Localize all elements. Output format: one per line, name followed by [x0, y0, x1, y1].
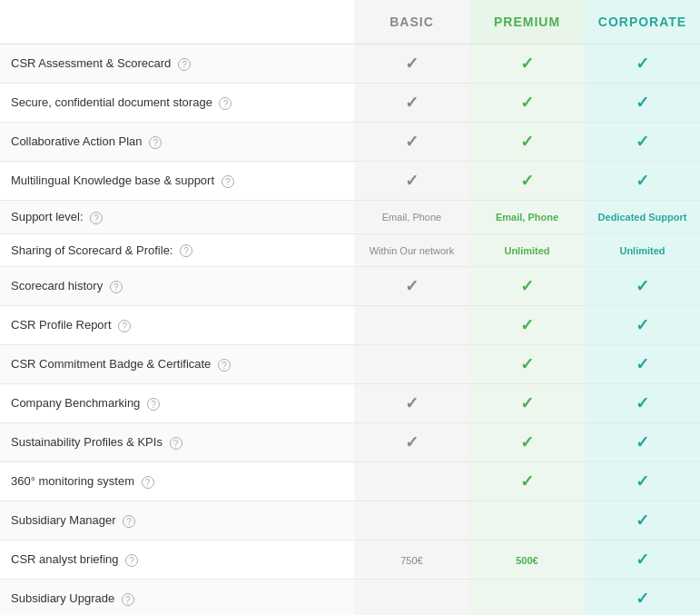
- check-icon: ✓: [636, 551, 649, 569]
- check-icon: ✓: [520, 172, 534, 190]
- premium-cell: [469, 580, 585, 615]
- table-row: Sustainability Profiles & KPIs ?✓✓✓: [0, 423, 700, 462]
- table-row: CSR Profile Report ?✓✓: [0, 306, 700, 345]
- table-row: Secure, confidential document storage ?✓…: [0, 84, 700, 123]
- corporate-cell: ✓: [585, 423, 700, 462]
- table-row: Scorecard history ?✓✓✓: [0, 267, 700, 306]
- basic-cell: [354, 345, 469, 384]
- corporate-cell: ✓: [585, 580, 700, 615]
- corporate-cell: ✓: [585, 45, 700, 84]
- check-icon: ✓: [636, 590, 649, 608]
- table-row: 360° monitoring system ?✓✓: [0, 462, 700, 501]
- help-icon[interactable]: ?: [147, 398, 160, 411]
- header-premium: PREMIUM: [469, 0, 585, 45]
- premium-cell: ✓: [469, 267, 585, 306]
- premium-cell: ✓: [469, 423, 585, 462]
- help-icon[interactable]: ?: [110, 281, 123, 293]
- premium-cell: ✓: [469, 462, 585, 501]
- basic-label: BASIC: [389, 15, 434, 29]
- premium-cell: ✓: [469, 84, 585, 123]
- help-icon[interactable]: ?: [180, 244, 192, 257]
- help-icon[interactable]: ?: [218, 359, 231, 372]
- feature-label: Company Benchmarking: [11, 396, 140, 410]
- feature-label: Scorecard history: [11, 279, 103, 293]
- premium-cell: Unlimited: [469, 233, 585, 267]
- table-row: Subsidiary Manager ?✓: [0, 501, 700, 541]
- help-icon[interactable]: ?: [149, 136, 162, 149]
- feature-cell: Subsidiary Upgrade ?: [0, 580, 354, 615]
- feature-cell: Sustainability Profiles & KPIs ?: [0, 423, 354, 462]
- basic-cell: ✓: [354, 384, 469, 423]
- table-row: CSR Assessment & Scorecard ?✓✓✓: [0, 45, 700, 84]
- check-icon: ✓: [520, 355, 534, 373]
- basic-cell: ✓: [354, 84, 469, 123]
- feature-label: Sharing of Scorecard & Profile:: [11, 243, 173, 257]
- premium-cell: ✓: [469, 384, 585, 423]
- corporate-label: CORPORATE: [598, 15, 686, 29]
- help-icon[interactable]: ?: [123, 515, 135, 528]
- basic-cell: ✓: [354, 267, 469, 306]
- basic-cell: [354, 501, 469, 541]
- premium-label: PREMIUM: [494, 15, 560, 29]
- premium-text: 500€: [516, 555, 537, 566]
- feature-label: Sustainability Profiles & KPIs: [11, 435, 163, 449]
- table-row: Sharing of Scorecard & Profile: ?Within …: [0, 233, 700, 267]
- check-icon: ✓: [405, 133, 419, 151]
- help-icon[interactable]: ?: [125, 554, 138, 567]
- premium-cell: [469, 501, 585, 541]
- header-basic: BASIC: [354, 0, 469, 45]
- feature-cell: Support level: ?: [0, 201, 354, 234]
- check-icon: ✓: [636, 277, 649, 295]
- help-icon[interactable]: ?: [142, 476, 154, 489]
- feature-cell: Subsidiary Manager ?: [0, 501, 354, 541]
- basic-cell: ✓: [354, 423, 469, 462]
- basic-cell: 750€: [354, 541, 469, 580]
- feature-label: Secure, confidential document storage: [11, 95, 212, 109]
- corporate-cell: ✓: [585, 462, 700, 501]
- help-icon[interactable]: ?: [170, 437, 182, 450]
- feature-label: CSR Assessment & Scorecard: [11, 56, 171, 70]
- feature-label: Subsidiary Manager: [11, 513, 116, 527]
- feature-label: Collaborative Action Plan: [11, 134, 143, 148]
- check-icon: ✓: [520, 55, 534, 73]
- table-row: Multilingual Knowledge base & support ?✓…: [0, 162, 700, 201]
- check-icon: ✓: [520, 277, 534, 295]
- premium-cell: ✓: [469, 306, 585, 345]
- check-icon: ✓: [636, 355, 649, 373]
- table-row: Support level: ?Email, PhoneEmail, Phone…: [0, 201, 700, 234]
- check-icon: ✓: [405, 55, 419, 73]
- table-row: CSR analyst briefing ?750€500€✓: [0, 541, 700, 580]
- premium-cell: 500€: [469, 541, 585, 580]
- corporate-text: Dedicated Support: [598, 212, 687, 223]
- feature-cell: Collaborative Action Plan ?: [0, 123, 354, 162]
- help-icon[interactable]: ?: [90, 212, 103, 224]
- basic-text: Email, Phone: [382, 212, 441, 223]
- feature-cell: Multilingual Knowledge base & support ?: [0, 162, 354, 201]
- help-icon[interactable]: ?: [178, 58, 191, 71]
- feature-cell: CSR Assessment & Scorecard ?: [0, 45, 354, 84]
- help-icon[interactable]: ?: [219, 97, 232, 110]
- help-icon[interactable]: ?: [222, 175, 234, 188]
- check-icon: ✓: [405, 94, 419, 112]
- feature-cell: Scorecard history ?: [0, 267, 354, 306]
- check-icon: ✓: [636, 133, 649, 151]
- corporate-cell: ✓: [585, 501, 700, 541]
- basic-cell: ✓: [354, 45, 469, 84]
- check-icon: ✓: [520, 394, 534, 412]
- feature-label: Subsidiary Upgrade: [11, 591, 114, 605]
- check-icon: ✓: [405, 433, 419, 451]
- header-feature: [0, 0, 354, 45]
- help-icon[interactable]: ?: [122, 593, 134, 606]
- basic-cell: ✓: [354, 162, 469, 201]
- check-icon: ✓: [636, 94, 649, 112]
- check-icon: ✓: [405, 394, 419, 412]
- premium-cell: ✓: [469, 345, 585, 384]
- basic-cell: [354, 580, 469, 615]
- feature-label: Multilingual Knowledge base & support: [11, 174, 214, 187]
- feature-cell: 360° monitoring system ?: [0, 462, 354, 501]
- premium-text: Email, Phone: [496, 212, 558, 223]
- check-icon: ✓: [636, 394, 649, 412]
- premium-cell: ✓: [469, 123, 585, 162]
- feature-cell: CSR analyst briefing ?: [0, 541, 354, 580]
- help-icon[interactable]: ?: [118, 320, 131, 332]
